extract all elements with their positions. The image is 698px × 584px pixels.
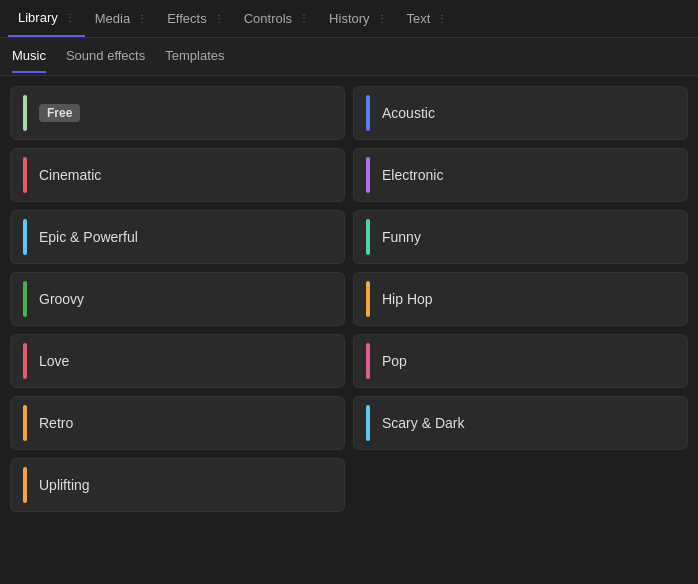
top-nav: Library ⋮ Media ⋮ Effects ⋮ Controls ⋮ H… bbox=[0, 0, 698, 38]
nav-history-dots: ⋮ bbox=[377, 13, 387, 24]
category-groovy[interactable]: Groovy bbox=[10, 272, 345, 326]
nav-history[interactable]: History ⋮ bbox=[319, 0, 396, 37]
category-electronic[interactable]: Electronic bbox=[353, 148, 688, 202]
nav-effects-dots: ⋮ bbox=[214, 13, 224, 24]
category-hip-hop[interactable]: Hip Hop bbox=[353, 272, 688, 326]
cinematic-label: Cinematic bbox=[39, 167, 101, 183]
groovy-color-bar bbox=[23, 281, 27, 317]
scary-color-bar bbox=[366, 405, 370, 441]
hiphop-color-bar bbox=[366, 281, 370, 317]
category-epic-powerful[interactable]: Epic & Powerful bbox=[10, 210, 345, 264]
tab-sound-effects[interactable]: Sound effects bbox=[66, 40, 145, 73]
epic-label: Epic & Powerful bbox=[39, 229, 138, 245]
category-uplifting[interactable]: Uplifting bbox=[10, 458, 345, 512]
epic-color-bar bbox=[23, 219, 27, 255]
electronic-color-bar bbox=[366, 157, 370, 193]
category-acoustic[interactable]: Acoustic bbox=[353, 86, 688, 140]
uplifting-color-bar bbox=[23, 467, 27, 503]
free-color-bar bbox=[23, 95, 27, 131]
retro-color-bar bbox=[23, 405, 27, 441]
sub-tabs: Music Sound effects Templates bbox=[0, 38, 698, 76]
cinematic-color-bar bbox=[23, 157, 27, 193]
nav-controls[interactable]: Controls ⋮ bbox=[234, 0, 319, 37]
empty-placeholder bbox=[353, 458, 688, 512]
nav-media[interactable]: Media ⋮ bbox=[85, 0, 157, 37]
groovy-label: Groovy bbox=[39, 291, 84, 307]
category-funny[interactable]: Funny bbox=[353, 210, 688, 264]
free-badge: Free bbox=[39, 104, 80, 122]
nav-media-label: Media bbox=[95, 11, 130, 26]
nav-effects[interactable]: Effects ⋮ bbox=[157, 0, 234, 37]
nav-library[interactable]: Library ⋮ bbox=[8, 0, 85, 37]
electronic-label: Electronic bbox=[382, 167, 443, 183]
category-pop[interactable]: Pop bbox=[353, 334, 688, 388]
funny-color-bar bbox=[366, 219, 370, 255]
acoustic-label: Acoustic bbox=[382, 105, 435, 121]
retro-label: Retro bbox=[39, 415, 73, 431]
scary-label: Scary & Dark bbox=[382, 415, 464, 431]
category-love[interactable]: Love bbox=[10, 334, 345, 388]
nav-text[interactable]: Text ⋮ bbox=[397, 0, 458, 37]
love-label: Love bbox=[39, 353, 69, 369]
funny-label: Funny bbox=[382, 229, 421, 245]
tab-music[interactable]: Music bbox=[12, 40, 46, 73]
nav-text-label: Text bbox=[407, 11, 431, 26]
nav-text-dots: ⋮ bbox=[437, 13, 447, 24]
pop-color-bar bbox=[366, 343, 370, 379]
nav-effects-label: Effects bbox=[167, 11, 207, 26]
tab-templates[interactable]: Templates bbox=[165, 40, 224, 73]
nav-controls-dots: ⋮ bbox=[299, 13, 309, 24]
nav-library-dots: ⋮ bbox=[65, 12, 75, 23]
category-grid: Free Acoustic Cinematic Electronic Epic … bbox=[10, 86, 688, 512]
nav-controls-label: Controls bbox=[244, 11, 292, 26]
tab-music-label: Music bbox=[12, 48, 46, 63]
category-scary-dark[interactable]: Scary & Dark bbox=[353, 396, 688, 450]
nav-media-dots: ⋮ bbox=[137, 13, 147, 24]
nav-history-label: History bbox=[329, 11, 369, 26]
nav-library-label: Library bbox=[18, 10, 58, 25]
main-content: Free Acoustic Cinematic Electronic Epic … bbox=[0, 76, 698, 584]
pop-label: Pop bbox=[382, 353, 407, 369]
category-cinematic[interactable]: Cinematic bbox=[10, 148, 345, 202]
tab-templates-label: Templates bbox=[165, 48, 224, 63]
category-retro[interactable]: Retro bbox=[10, 396, 345, 450]
tab-sound-effects-label: Sound effects bbox=[66, 48, 145, 63]
love-color-bar bbox=[23, 343, 27, 379]
hiphop-label: Hip Hop bbox=[382, 291, 433, 307]
acoustic-color-bar bbox=[366, 95, 370, 131]
uplifting-label: Uplifting bbox=[39, 477, 90, 493]
category-free[interactable]: Free bbox=[10, 86, 345, 140]
